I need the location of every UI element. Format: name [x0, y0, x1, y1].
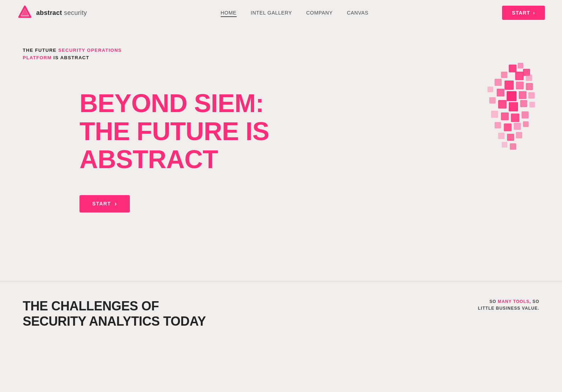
nav-start-arrow: › [533, 10, 535, 16]
nav-links: HOME INTEL GALLERY COMPANY CANVAS [221, 10, 369, 16]
nav-item-home[interactable]: HOME [221, 10, 237, 16]
logo-brand: abstract [36, 9, 62, 16]
svg-rect-34 [510, 143, 516, 150]
nav-link-intel-gallery[interactable]: INTEL GALLERY [251, 10, 292, 16]
logo-link[interactable]: abstract security [17, 5, 87, 21]
nav-start-label: START [512, 10, 530, 16]
nav-start-button[interactable]: START › [502, 6, 545, 20]
hero-heading-line2: THE FUTURE IS [79, 117, 269, 145]
svg-rect-31 [507, 134, 514, 141]
svg-rect-29 [523, 121, 529, 127]
logo-text: abstract security [36, 10, 87, 16]
svg-rect-3 [518, 63, 523, 68]
svg-rect-32 [516, 132, 522, 138]
hero-cta: START › [79, 195, 539, 212]
svg-rect-27 [504, 123, 512, 131]
svg-rect-28 [514, 123, 521, 130]
logo-icon [17, 5, 33, 21]
svg-rect-33 [502, 142, 507, 148]
hero-start-button[interactable]: START › [79, 195, 130, 212]
svg-rect-14 [507, 91, 517, 101]
nav-link-canvas[interactable]: CANVAS [347, 10, 369, 16]
svg-rect-11 [526, 83, 533, 90]
svg-rect-16 [528, 92, 535, 99]
svg-rect-7 [526, 74, 532, 81]
bottom-heading-line2: SECURITY ANALYTICS TODAY [23, 314, 206, 328]
hero-heading-line3: ABSTRACT [79, 145, 218, 173]
svg-rect-20 [520, 100, 527, 107]
svg-rect-19 [509, 102, 518, 111]
bottom-right-line2: LITTLE BUSINESS VALUE. [478, 306, 539, 311]
logo-sub: security [64, 9, 87, 16]
bottom-left: THE CHALLENGES OF SECURITY ANALYTICS TOD… [23, 298, 206, 329]
bottom-right: SO MANY TOOLS, SO LITTLE BUSINESS VALUE. [478, 298, 539, 312]
svg-rect-13 [497, 89, 505, 96]
hero-start-label: START [92, 201, 111, 206]
svg-rect-17 [489, 97, 496, 104]
svg-rect-24 [511, 114, 519, 122]
svg-rect-8 [495, 79, 502, 86]
svg-rect-26 [495, 122, 501, 128]
svg-rect-9 [505, 81, 514, 90]
bottom-section: THE CHALLENGES OF SECURITY ANALYTICS TOD… [0, 281, 562, 343]
pixel-art-svg [463, 61, 541, 153]
nav-item-intel-gallery[interactable]: INTEL GALLERY [251, 10, 292, 16]
svg-rect-5 [501, 72, 507, 78]
nav-link-company[interactable]: COMPANY [306, 10, 333, 16]
svg-rect-21 [529, 102, 535, 107]
navigation: abstract security HOME INTEL GALLERY COM… [0, 0, 562, 26]
svg-rect-6 [515, 72, 524, 80]
nav-item-canvas[interactable]: CANVAS [347, 10, 369, 16]
hero-tagline: THE FUTURE SECURITY OPERATIONS PLATFORM … [23, 47, 136, 62]
svg-rect-12 [487, 87, 493, 92]
bottom-heading: THE CHALLENGES OF SECURITY ANALYTICS TOD… [23, 298, 206, 329]
bottom-heading-line1: THE CHALLENGES OF [23, 299, 159, 313]
svg-rect-22 [491, 111, 498, 118]
svg-rect-30 [498, 133, 505, 139]
tagline-post: IS ABSTRACT [52, 55, 89, 60]
pixel-art-decoration [463, 61, 541, 153]
nav-link-home[interactable]: HOME [221, 10, 237, 17]
svg-rect-18 [498, 100, 507, 109]
hero-start-arrow: › [115, 200, 117, 208]
nav-item-company[interactable]: COMPANY [306, 10, 333, 16]
bottom-right-pre: SO [489, 299, 498, 304]
svg-rect-25 [522, 111, 529, 118]
svg-rect-2 [509, 65, 517, 72]
hero-heading: BEYOND SIEM: THE FUTURE IS ABSTRACT [79, 89, 328, 174]
svg-rect-23 [501, 112, 509, 120]
bottom-right-pink: MANY TOOLS [498, 299, 529, 304]
hero-section: THE FUTURE SECURITY OPERATIONS PLATFORM … [0, 26, 562, 281]
svg-rect-10 [516, 82, 524, 89]
bottom-right-mid: , SO [529, 299, 539, 304]
svg-rect-15 [519, 91, 527, 99]
tagline-pre: THE FUTURE [23, 48, 58, 53]
bottom-right-text: SO MANY TOOLS, SO LITTLE BUSINESS VALUE. [478, 298, 539, 312]
hero-heading-line1: BEYOND SIEM: [79, 89, 264, 117]
